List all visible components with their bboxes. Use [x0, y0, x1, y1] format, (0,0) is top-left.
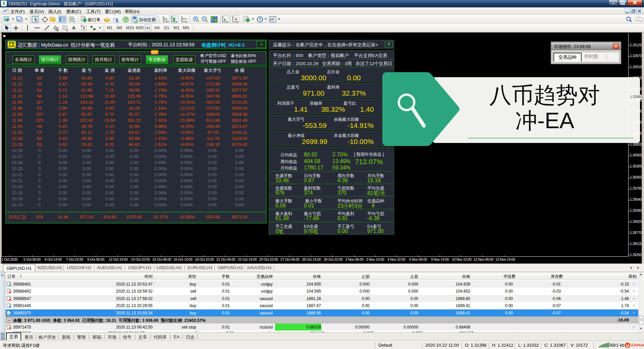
- svg-text:E: E: [57, 29, 59, 32]
- svg-text:F: F: [66, 29, 68, 32]
- svg-text:T: T: [83, 26, 85, 30]
